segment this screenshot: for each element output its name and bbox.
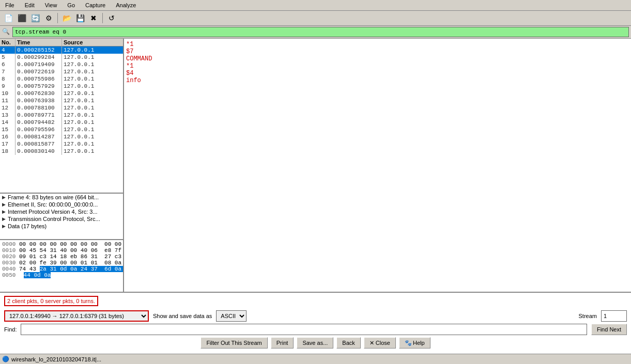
detail-text: Frame 4: 83 bytes on wire (664 bit... — [8, 194, 99, 200]
packet-list-header: No. Time Source — [0, 39, 123, 46]
print-button[interactable]: Print — [271, 337, 294, 349]
table-row[interactable]: 7 0.000722619 127.0.0.1 — [0, 68, 123, 75]
menu-go[interactable]: Go — [64, 1, 78, 9]
packet-source: 127.0.0.1 — [62, 112, 114, 119]
save-file-button[interactable]: 💾 — [74, 12, 86, 24]
filter-icon: 🔍 — [2, 28, 10, 36]
table-row[interactable]: 16 0.000814287 127.0.0.1 — [0, 133, 123, 140]
filterbar: 🔍 — [0, 26, 631, 39]
table-row[interactable]: 13 0.000789771 127.0.0.1 — [0, 112, 123, 119]
table-row[interactable]: 4 0.000285152 127.0.0.1 — [0, 46, 123, 54]
save-as-button[interactable]: Save as... — [297, 337, 333, 349]
detail-item-frame[interactable]: ▶ Frame 4: 83 bytes on wire (664 bit... — [0, 194, 123, 201]
find-label: Find: — [4, 326, 17, 333]
hex-highlight: 44 0d 0a — [24, 272, 51, 278]
packet-no: 4 — [0, 46, 16, 54]
filter-input[interactable] — [12, 27, 629, 37]
table-row[interactable]: 5 0.000299284 127.0.0.1 — [0, 54, 123, 61]
packet-time: 0.000789771 — [16, 112, 62, 119]
menu-analyze[interactable]: Analyze — [113, 1, 139, 9]
close-button[interactable]: ✕ Close — [364, 337, 396, 349]
table-row[interactable]: 14 0.000794482 127.0.0.1 — [0, 119, 123, 126]
close-file-button[interactable]: ✖ — [87, 12, 100, 24]
packet-time: 0.000795596 — [16, 126, 62, 133]
restart-capture-button[interactable]: 🔄 — [29, 12, 41, 24]
packet-source: 127.0.0.1 — [62, 133, 114, 140]
packet-no: 15 — [0, 126, 16, 133]
toolbar-separator-1 — [57, 13, 58, 23]
help-button[interactable]: 🐾 Help — [399, 337, 430, 349]
stream-selector[interactable]: 127.0.0.1:49940 → 127.0.0.1:6379 (31 byt… — [4, 310, 149, 322]
detail-item-ethernet[interactable]: ▶ Ethernet II, Src: 00:00:00_00:00:0... — [0, 201, 123, 208]
stream-number-input[interactable] — [601, 310, 627, 322]
table-row[interactable]: 12 0.000788100 127.0.0.1 — [0, 104, 123, 112]
back-button[interactable]: Back — [336, 337, 360, 349]
table-row[interactable]: 17 0.000815877 127.0.0.1 — [0, 140, 123, 148]
stop-capture-button[interactable]: ⬛ — [16, 12, 28, 24]
new-capture-button[interactable]: 📄 — [2, 12, 14, 24]
packet-no: 17 — [0, 140, 16, 148]
menu-capture[interactable]: Capture — [82, 1, 109, 9]
detail-item-ip[interactable]: ▶ Internet Protocol Version 4, Src: 3... — [0, 208, 123, 215]
col-header-source: Source — [62, 39, 114, 46]
table-row[interactable]: 8 0.000755986 127.0.0.1 — [0, 75, 123, 83]
hex-offset: 0000 — [2, 241, 16, 247]
packet-time: 0.000757929 — [16, 83, 62, 90]
tcp-stream-dialog: 2 client pkts, 0 server pkts, 0 turns. 1… — [0, 292, 631, 354]
toolbar: 📄 ⬛ 🔄 ⚙ 📂 💾 ✖ ↺ — [0, 11, 631, 26]
packet-no: 14 — [0, 119, 16, 126]
packet-source: 127.0.0.1 — [62, 90, 114, 97]
table-row[interactable]: 10 0.000762830 127.0.0.1 — [0, 90, 123, 97]
expand-icon: ▶ — [2, 216, 6, 221]
table-row[interactable]: 15 0.000795596 127.0.0.1 — [0, 126, 123, 133]
packet-time: 0.000830140 — [16, 148, 62, 155]
table-row[interactable]: 6 0.000719409 127.0.0.1 — [0, 61, 123, 68]
packet-source: 127.0.0.1 — [62, 140, 114, 148]
packet-details: ▶ Frame 4: 83 bytes on wire (664 bit... … — [0, 194, 123, 240]
hex-bytes: 02 00 fe 39 00 00 01 01 08 0a 0 — [16, 260, 123, 266]
packet-time: 0.000285152 — [16, 46, 62, 54]
table-row[interactable]: 18 0.000830140 127.0.0.1 — [0, 148, 123, 155]
hex-offset: 0050 — [2, 272, 20, 278]
detail-text: Data (17 bytes) — [8, 223, 47, 229]
packet-source: 127.0.0.1 — [62, 97, 114, 104]
filter-out-button[interactable]: Filter Out This Stream — [201, 337, 267, 349]
table-row[interactable]: 11 0.000763938 127.0.0.1 — [0, 97, 123, 104]
open-file-button[interactable]: 📂 — [60, 12, 73, 24]
packet-time: 0.000814287 — [16, 133, 62, 140]
table-row[interactable]: 9 0.000757929 127.0.0.1 — [0, 83, 123, 90]
expand-icon: ▶ — [2, 202, 6, 207]
reload-button[interactable]: ↺ — [105, 12, 118, 24]
packet-source: 127.0.0.1 — [62, 68, 114, 75]
status-icon: 🔵 — [2, 356, 9, 362]
find-input[interactable] — [21, 324, 587, 335]
dialog-body: 2 client pkts, 0 server pkts, 0 turns. 1… — [0, 293, 631, 354]
packet-no: 5 — [0, 54, 16, 61]
stream-controls-row: 127.0.0.1:49940 → 127.0.0.1:6379 (31 byt… — [4, 310, 627, 322]
hex-row: 0040 74 43 2a 31 0d 0a 24 37 6d 0a 2 — [2, 266, 121, 272]
stream-number-label: Stream — [579, 313, 597, 319]
menu-edit[interactable]: Edit — [22, 1, 38, 9]
hex-bytes: 09 01 c3 14 18 eb 86 31 27 c3 3 — [16, 254, 123, 260]
encoding-select[interactable]: ASCII — [216, 310, 247, 322]
status-file-text: wireshark_lo_20210103204718.it|... — [11, 356, 101, 362]
packet-time: 0.000762830 — [16, 90, 62, 97]
toolbar-separator-2 — [102, 13, 103, 23]
hex-bytes: 00 45 54 31 40 00 40 06 e8 7f 7 — [16, 247, 123, 254]
capture-options-button[interactable]: ⚙ — [42, 12, 55, 24]
menu-file[interactable]: File — [2, 1, 18, 9]
main-content: No. Time Source 4 0.000285152 127.0.0.1 … — [0, 39, 631, 292]
packet-source: 127.0.0.1 — [62, 46, 114, 54]
detail-item-tcp[interactable]: ▶ Transmission Control Protocol, Src... — [0, 215, 123, 223]
packet-source: 127.0.0.1 — [62, 104, 114, 112]
detail-item-data[interactable]: ▶ Data (17 bytes) — [0, 223, 123, 230]
expand-icon: ▶ — [2, 209, 6, 214]
packet-list: No. Time Source 4 0.000285152 127.0.0.1 … — [0, 39, 123, 194]
hex-offset: 0040 — [2, 266, 16, 272]
packet-time: 0.000763938 — [16, 97, 62, 104]
show-save-label: Show and save data as — [153, 313, 212, 319]
hex-offset: 0010 — [2, 247, 16, 254]
packet-source: 127.0.0.1 — [62, 126, 114, 133]
menu-view[interactable]: View — [42, 1, 60, 9]
find-next-button[interactable]: Find Next — [591, 324, 627, 335]
